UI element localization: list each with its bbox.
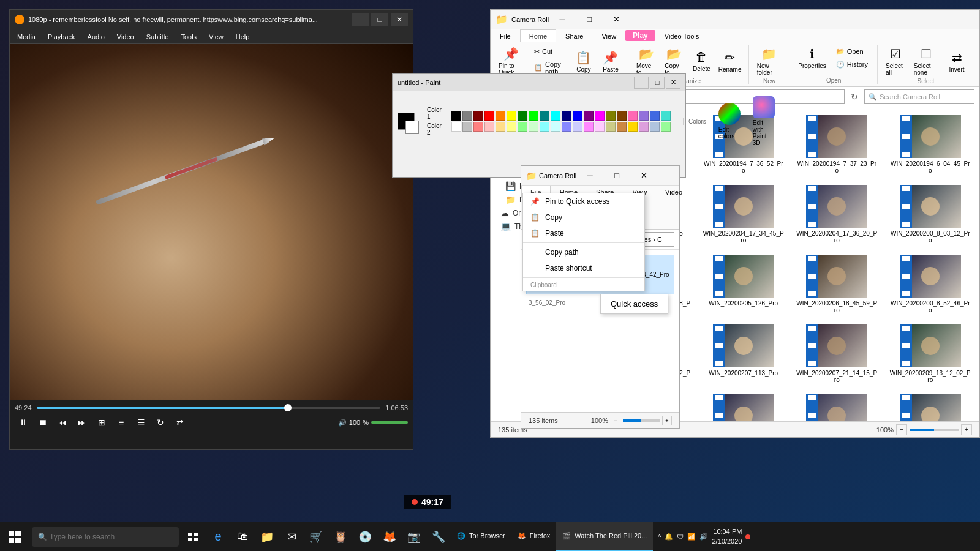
swatch-darkred[interactable] [473,111,483,121]
taskbar-edge-button[interactable]: e [206,522,230,552]
swatch-cyan[interactable] [551,111,560,121]
swatch-lightred[interactable] [473,122,483,132]
context-paste[interactable]: 📋 Paste [523,225,644,241]
taskbar-store-button[interactable]: 🛍 [230,522,255,552]
swatch-pink[interactable] [484,122,494,132]
file-item[interactable]: WIN_20200200_8_52_46_Pro [886,252,975,317]
explorer2-maximize-button[interactable]: □ [603,166,630,186]
vlc-menu-view[interactable]: View [204,32,228,42]
paint-close-button[interactable]: ✕ [666,77,680,89]
swatch-paleblue[interactable] [551,122,560,132]
file-item[interactable]: WIN_20200205_126_Pro [699,252,788,317]
swatch-blush[interactable] [595,122,605,132]
swatch-hotpink[interactable] [628,111,638,121]
paint-minimize-button[interactable]: ─ [634,77,649,89]
new-folder-button[interactable]: 📁 New folder [754,45,785,78]
zoom-slider[interactable] [910,429,959,431]
vlc-loop-button[interactable]: ↻ [152,415,169,430]
vlc-menu-media[interactable]: Media [12,32,40,42]
swatch-gold[interactable] [628,122,638,132]
tab-view[interactable]: View [592,29,625,42]
vlc-menu-video[interactable]: Video [112,32,139,42]
swatch-black[interactable] [451,111,461,121]
file-item[interactable]: WIN_20200207_113_Pro [699,321,788,386]
taskbar-search-box[interactable]: 🔍 [32,527,179,547]
vlc-video-area[interactable] [10,44,413,400]
vlc-menu-help[interactable]: Help [231,32,255,42]
vlc-effects-button[interactable]: ≡ [113,415,130,430]
explorer-minimize-button[interactable]: ─ [549,10,576,29]
rename-button[interactable]: ✏ Rename [716,48,743,75]
context-paste-shortcut[interactable]: Paste shortcut [523,260,644,276]
select-all-button[interactable]: ☑ Select all [883,45,908,78]
vlc-close-button[interactable]: ✕ [391,13,408,26]
taskbar-task-view-button[interactable] [181,522,206,552]
explorer-maximize-button[interactable]: □ [576,10,603,29]
edit-colors-button[interactable]: Edit colors [718,103,741,140]
swatch-mediumpurple[interactable] [639,111,649,121]
vlc-play-pause-button[interactable]: ⏸ [15,415,32,430]
swatch-turquoise[interactable] [661,111,671,121]
file-item[interactable]: WIN_20200194_6_04_45_Pro [886,112,975,177]
vlc-playlist-button[interactable]: ☰ [132,415,149,430]
swatch-blue[interactable] [573,111,582,121]
taskbar-firefox-button[interactable]: 🦊 [377,522,402,552]
explorer2-tab-video[interactable]: Video [656,186,692,198]
swatch-orange[interactable] [496,111,505,121]
vlc-menu-subtitle[interactable]: Subtitle [141,32,174,42]
swatch-yellow[interactable] [507,111,516,121]
file-item[interactable]: WIN_20200207_21_14_15_Pro [793,321,881,386]
vlc-next-button[interactable]: ⏭ [74,415,91,430]
open-button[interactable]: 📂 Open [832,46,872,58]
vlc-seekbar[interactable] [37,407,381,409]
swatch-lightyellow[interactable] [507,122,516,132]
explorer2-zoom-out-button[interactable]: − [611,416,620,425]
refresh-button[interactable]: ↻ [847,89,862,104]
swatch-lightcyan[interactable] [540,122,549,132]
swatch-brown[interactable] [617,111,627,121]
pin-to-quick-button[interactable]: 📌 Pin to Quick [496,45,527,78]
context-copy[interactable]: 📋 Copy [523,209,644,225]
vlc-minimize-button[interactable]: ─ [352,13,369,26]
color-2-swatch[interactable] [405,121,419,134]
swatch-red[interactable] [484,111,494,121]
edit-paint3d-button[interactable]: Edit with Paint 3D [753,96,775,146]
swatch-navy[interactable] [562,111,571,121]
vlc-volume-bar[interactable] [371,421,408,424]
move-to-button[interactable]: 📂 Move to [633,45,659,78]
swatch-teal[interactable] [540,111,549,121]
copy-to-button[interactable]: 📂 Copy to [662,45,687,78]
swatch-gray[interactable] [462,111,472,121]
start-button[interactable] [0,522,29,552]
search-bar[interactable]: 🔍 Search Camera Roll [864,89,974,104]
vlc-prev-button[interactable]: ⏮ [54,415,71,430]
color-1-swatch[interactable] [398,113,415,130]
swatch-magenta[interactable] [595,111,605,121]
taskbar-tor-app[interactable]: 🌐 Tor Browser [451,522,511,552]
file-item[interactable]: WIN_20200210_18_21_18_Pro [699,391,788,421]
vlc-menu-audio[interactable]: Audio [83,32,110,42]
swatch-periwinkle[interactable] [562,122,571,132]
context-pin-to-quick[interactable]: 📌 Pin to Quick access [523,193,644,209]
explorer2-minimize-button[interactable]: ─ [576,166,603,186]
taskbar-camera-button[interactable]: 📷 [402,522,426,552]
taskbar-tripadvisor-button[interactable]: 🦉 [328,522,353,552]
swatch-green[interactable] [529,111,538,121]
taskbar-mail-button[interactable]: ✉ [279,522,304,552]
swatch-lightsteelblue[interactable] [650,122,660,132]
zoom-out-button[interactable]: − [896,424,907,435]
swatch-lavender[interactable] [573,122,582,132]
file-item[interactable]: WIN_20200210_1_15_11_Pro [886,391,975,421]
explorer2-zoom-in-button[interactable]: + [662,416,672,425]
swatch-lightgreen[interactable] [518,122,527,132]
swatch-khaki[interactable] [606,122,616,132]
vlc-menu-tools[interactable]: Tools [176,32,202,42]
copy-button[interactable]: 📋 Copy [571,48,596,75]
taskbar-watch-app[interactable]: 🎬 Watch The Red Pill 20... [556,522,653,552]
select-none-button[interactable]: ☐ Select none [911,45,942,78]
swatch-palegreen[interactable] [661,122,671,132]
tab-home[interactable]: Home [520,29,556,42]
swatch-silver[interactable] [462,122,472,132]
invert-button[interactable]: ⇄ Invert [944,48,969,75]
paint-maximize-button[interactable]: □ [650,77,665,89]
